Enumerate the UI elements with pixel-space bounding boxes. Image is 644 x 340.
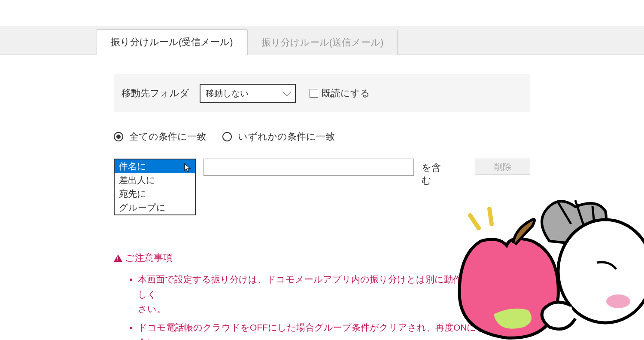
dropdown-option-sender[interactable]: 差出人に — [115, 173, 195, 187]
tab-bar: 振り分けルール(受信メール) 振り分けルール(送信メール) — [0, 26, 644, 55]
warning-icon — [114, 254, 122, 262]
delete-condition-button[interactable]: 削除 — [475, 159, 530, 175]
radio-match-all[interactable] — [114, 132, 123, 141]
mascot-illustration — [447, 185, 644, 340]
chevron-down-icon — [283, 88, 291, 96]
radio-match-any[interactable] — [222, 132, 232, 141]
dropdown-option-subject[interactable]: 件名に — [115, 159, 195, 173]
move-folder-select[interactable]: 移動しない — [200, 84, 296, 103]
folder-settings-row: 移動先フォルダ 移動しない 既読にする — [114, 74, 530, 112]
tab-send-mail[interactable]: 振り分けルール(送信メール) — [247, 30, 398, 55]
tab-receive-mail[interactable]: 振り分けルール(受信メール) — [97, 29, 247, 55]
move-folder-selected: 移動しない — [206, 88, 249, 99]
warning-title: ご注意事項 — [125, 251, 173, 264]
condition-suffix-label: を含む — [422, 159, 446, 187]
match-mode-row: 全ての条件に一致 いずれかの条件に一致 — [114, 130, 530, 143]
mark-read-checkbox-wrap[interactable]: 既読にする — [310, 87, 370, 100]
dropdown-option-recipient[interactable]: 宛先に — [115, 187, 195, 201]
move-folder-label: 移動先フォルダ — [122, 87, 189, 100]
condition-value-input[interactable] — [204, 159, 414, 176]
mark-read-label: 既読にする — [322, 87, 370, 100]
radio-match-any-label: いずれかの条件に一致 — [238, 130, 335, 143]
mark-read-checkbox[interactable] — [310, 89, 318, 98]
radio-match-all-label: 全ての条件に一致 — [129, 130, 206, 143]
svg-point-1 — [606, 294, 630, 308]
dropdown-option-group[interactable]: グループに — [115, 201, 195, 214]
condition-field-dropdown[interactable]: 件名に 差出人に 宛先に グループに — [114, 159, 196, 215]
